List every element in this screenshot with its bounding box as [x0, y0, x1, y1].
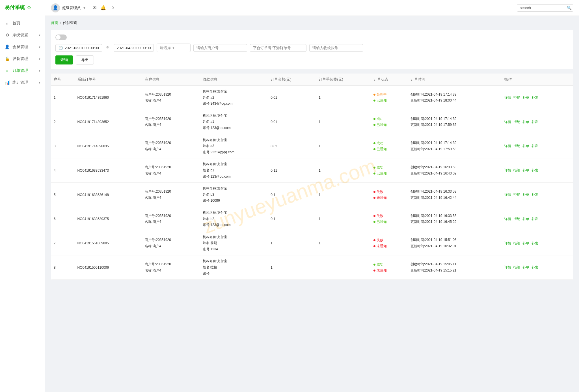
op-拒绝[interactable]: 拒绝 [513, 120, 520, 124]
breadcrumb-home[interactable]: 首页 [51, 20, 58, 25]
system-nav-arrow: ▾ [39, 33, 40, 37]
cell-time: 创建时间:2021-04-19 16:33:53 更新时间:2021-04-19… [408, 183, 502, 207]
theme-icon[interactable]: ☽ [110, 5, 114, 10]
mail-icon[interactable]: ✉ [93, 5, 96, 10]
account-input[interactable] [309, 44, 363, 52]
cell-amount: 0.11 [268, 158, 316, 183]
op-拒绝[interactable]: 拒绝 [513, 217, 520, 221]
export-button[interactable]: 导出 [76, 55, 94, 64]
stats-nav-icon: 📊 [5, 80, 10, 85]
query-button[interactable]: 查询 [55, 55, 73, 64]
op-补单[interactable]: 补单 [522, 168, 529, 173]
sidebar-item-member[interactable]: 👤 会员管理 ▾ [0, 41, 45, 53]
user-name: 超级管理员 [62, 5, 81, 10]
status2-text: 已通知 [377, 98, 387, 103]
sidebar-item-device[interactable]: 🔒 设备管理 ▾ [0, 53, 45, 65]
col-收款信息: 收款信息 [200, 74, 268, 86]
date-start-text: 2021-03-01 00:00:00 [65, 46, 99, 50]
cell-amount: 1 [268, 231, 316, 255]
cell-order-no: NO04191505110006 [75, 255, 142, 280]
op-补发[interactable]: 补发 [532, 192, 538, 197]
status1-text: 成功 [377, 165, 383, 170]
col-操作: 操作 [502, 74, 573, 86]
search-input[interactable] [520, 6, 565, 10]
merchant-input[interactable] [193, 44, 247, 52]
breadcrumb-current: 代付查询 [63, 20, 77, 25]
op-补单[interactable]: 补单 [522, 95, 529, 100]
op-拒绝[interactable]: 拒绝 [513, 144, 520, 148]
op-补发[interactable]: 补发 [532, 265, 538, 270]
sidebar-item-order[interactable]: ≡ 订单管理 ▾ [0, 65, 45, 77]
op-补发[interactable]: 补发 [532, 95, 538, 100]
cell-order-no: NO04191633533473 [75, 158, 142, 183]
op-详情[interactable]: 详情 [504, 144, 511, 148]
orders-table-wrap: 序号系统订单号商户信息收款信息订单金额(元)订单手续费(元)订单状态订单时间操作… [51, 74, 573, 280]
op-拒绝[interactable]: 拒绝 [513, 192, 520, 197]
op-补单[interactable]: 补单 [522, 192, 529, 197]
op-详情[interactable]: 详情 [504, 95, 511, 100]
table-row: 2 NO04191714393652 商户号:20351920名称:滴户4 机构… [51, 110, 573, 134]
order-input[interactable] [250, 44, 306, 52]
op-补发[interactable]: 补发 [532, 217, 538, 221]
op-补发[interactable]: 补发 [532, 168, 538, 173]
home-nav-label: 首页 [12, 21, 40, 26]
op-详情[interactable]: 详情 [504, 168, 511, 173]
cell-payment: 机构名称:支付宝姓名:b2账号:123@qq.com [200, 207, 268, 231]
date-end-picker[interactable]: 2021-04-20 00:00:00 [114, 44, 154, 52]
main-content: 首页 / 代付查询 🕐 2021-03-01 00:00:00 至 2021-0… [45, 16, 579, 392]
system-nav-icon: ⚙ [5, 33, 10, 38]
sidebar-nav: ⌂ 首页 ⚙ 系统设置 ▾ 👤 会员管理 ▾ 🔒 设备管理 ▾ ≡ 订单管理 ▾… [0, 15, 45, 392]
op-拒绝[interactable]: 拒绝 [513, 168, 520, 173]
cell-index: 1 [51, 86, 75, 110]
status1-dot [373, 167, 375, 169]
op-补单[interactable]: 补单 [522, 217, 529, 221]
op-补发[interactable]: 补发 [532, 241, 538, 246]
op-补单[interactable]: 补单 [522, 120, 529, 124]
user-dropdown-arrow[interactable]: ▼ [83, 6, 86, 10]
system-nav-label: 系统设置 [12, 33, 36, 38]
cell-amount: 0.1 [268, 183, 316, 207]
status2-dot [373, 221, 375, 223]
sidebar-item-system[interactable]: ⚙ 系统设置 ▾ [0, 29, 45, 41]
search-icon[interactable]: 🔍 [567, 6, 572, 10]
cell-merchant: 商户号:20351920名称:滴户4 [142, 255, 200, 280]
op-详情[interactable]: 详情 [504, 265, 511, 270]
cell-index: 6 [51, 207, 75, 231]
col-订单金额(元): 订单金额(元) [268, 74, 316, 86]
avatar: 👤 [51, 3, 60, 12]
op-详情[interactable]: 详情 [504, 241, 511, 246]
toggle-switch[interactable] [55, 35, 67, 40]
bell-icon[interactable]: 🔔 [100, 5, 106, 10]
status1-text: 失败 [377, 189, 383, 194]
op-详情[interactable]: 详情 [504, 120, 511, 124]
status-select[interactable]: 请选择 ▼ [157, 44, 191, 52]
status1-text: 成功 [377, 141, 383, 146]
cell-amount: 0.01 [268, 110, 316, 134]
cell-time: 创建时间:2021-04-19 17:14:39 更新时间:2021-04-19… [408, 134, 502, 158]
op-补发[interactable]: 补发 [532, 120, 538, 124]
op-补发[interactable]: 补发 [532, 144, 538, 148]
stats-nav-arrow: ▾ [39, 81, 40, 85]
op-详情[interactable]: 详情 [504, 192, 511, 197]
sidebar-item-home[interactable]: ⌂ 首页 [0, 17, 45, 29]
op-补单[interactable]: 补单 [522, 265, 529, 270]
cell-status: 成功 已通知 [371, 110, 408, 134]
cell-status: 成功 已通知 [371, 158, 408, 183]
op-拒绝[interactable]: 拒绝 [513, 95, 520, 100]
status2-dot [373, 270, 375, 272]
table-row: 3 NO04191714398835 商户号:20351920名称:滴户4 机构… [51, 134, 573, 158]
cell-merchant: 商户号:20351920名称:滴户4 [142, 183, 200, 207]
col-订单时间: 订单时间 [408, 74, 502, 86]
op-拒绝[interactable]: 拒绝 [513, 241, 520, 246]
op-详情[interactable]: 详情 [504, 217, 511, 221]
date-start-picker[interactable]: 🕐 2021-03-01 00:00:00 [55, 44, 102, 52]
op-补单[interactable]: 补单 [522, 144, 529, 148]
sidebar-item-stats[interactable]: 📊 统计管理 ▾ [0, 77, 45, 89]
cell-payment: 机构名称:支付宝姓名:a1账号:123@qq.com [200, 110, 268, 134]
table-row: 4 NO04191633533473 商户号:20351920名称:滴户4 机构… [51, 158, 573, 183]
op-拒绝[interactable]: 拒绝 [513, 265, 520, 270]
op-补单[interactable]: 补单 [522, 241, 529, 246]
cell-index: 8 [51, 255, 75, 280]
cell-fee: 1 [316, 158, 371, 183]
cell-fee: 1 [316, 231, 371, 255]
